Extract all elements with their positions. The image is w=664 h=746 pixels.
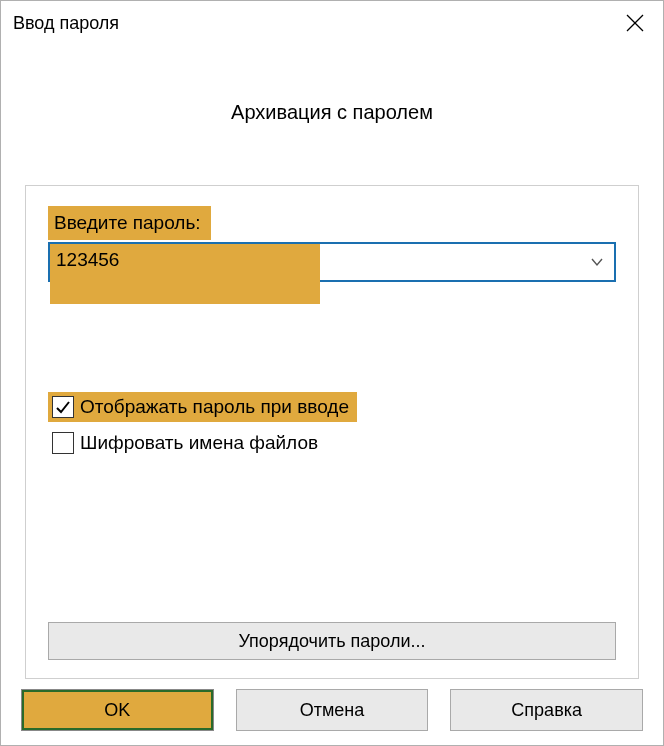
encrypt-names-checkbox[interactable]: [52, 432, 74, 454]
titlebar: Ввод пароля: [1, 1, 663, 45]
checkbox-group: Отображать пароль при вводе Шифровать им…: [48, 392, 616, 458]
main-panel: Введите пароль: 123456: [25, 185, 639, 679]
password-dialog: Ввод пароля Архивация с паролем Введите …: [0, 0, 664, 746]
help-button[interactable]: Справка: [450, 689, 643, 731]
chevron-down-icon: [590, 255, 604, 269]
cancel-button-label: Отмена: [300, 700, 365, 721]
close-button[interactable]: [607, 1, 663, 45]
password-dropdown-button[interactable]: [580, 244, 614, 280]
dialog-heading: Архивация с паролем: [1, 101, 663, 124]
password-row: Введите пароль: 123456: [48, 206, 616, 282]
encrypt-names-checkbox-wrap[interactable]: Шифровать имена файлов: [48, 428, 326, 458]
close-icon: [626, 14, 644, 32]
dialog-title: Ввод пароля: [13, 13, 119, 34]
encrypt-names-label: Шифровать имена файлов: [80, 432, 318, 454]
show-password-row: Отображать пароль при вводе: [48, 392, 616, 422]
password-label: Введите пароль:: [48, 206, 211, 240]
organize-passwords-button[interactable]: Упорядочить пароли...: [48, 622, 616, 660]
ok-button[interactable]: OK: [21, 689, 214, 731]
organize-passwords-label: Упорядочить пароли...: [238, 631, 425, 652]
ok-button-label: OK: [104, 700, 130, 721]
show-password-checkbox-wrap[interactable]: Отображать пароль при вводе: [48, 392, 357, 422]
checkmark-icon: [55, 399, 71, 415]
password-input[interactable]: [48, 242, 616, 282]
encrypt-names-row: Шифровать имена файлов: [48, 428, 616, 458]
help-button-label: Справка: [511, 700, 582, 721]
cancel-button[interactable]: Отмена: [236, 689, 429, 731]
show-password-checkbox[interactable]: [52, 396, 74, 418]
dialog-button-row: OK Отмена Справка: [21, 689, 643, 731]
show-password-label: Отображать пароль при вводе: [80, 396, 349, 418]
